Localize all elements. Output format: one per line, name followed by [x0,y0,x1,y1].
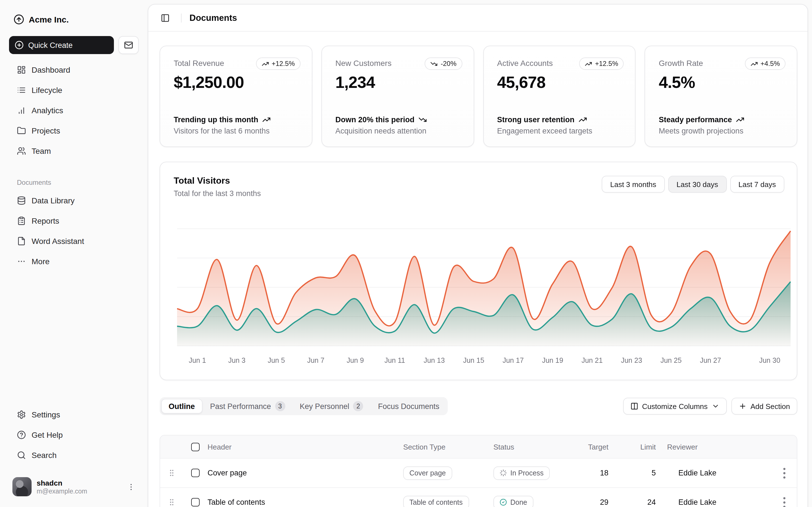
list-icon [17,86,26,95]
trend-badge: -20% [425,57,462,70]
svg-text:Jun 15: Jun 15 [463,356,484,364]
drag-handle-icon[interactable] [167,498,176,507]
sidebar-item-team[interactable]: Team [9,142,139,160]
sidebar-toggle-button[interactable] [157,10,173,25]
svg-text:Jun 13: Jun 13 [423,356,445,364]
user-menu[interactable]: shadcn m@example.com [8,473,140,500]
target-cell[interactable]: 18 [574,469,608,477]
sidebar: Acme Inc. Quick Create Dashboard Lifecyc… [0,0,148,507]
inbox-button[interactable] [118,36,139,54]
row-title[interactable]: Cover page [207,469,403,477]
stat-value: 45,678 [497,73,622,92]
target-cell[interactable]: 29 [574,498,608,506]
sidebar-item-label: Reports [32,216,59,225]
status-badge: In Process [493,466,550,480]
database-icon [17,196,26,205]
row-checkbox[interactable] [191,498,199,506]
table-row[interactable]: Table of contents Table of contents Done… [160,487,797,507]
limit-cell[interactable]: 24 [608,498,656,506]
table-row[interactable]: Cover page Cover page In Process 18 5 Ed… [160,458,797,487]
sidebar-item-label: Search [32,451,57,460]
sidebar-item-label: Projects [32,126,60,135]
range-last-3-months[interactable]: Last 3 months [602,176,665,193]
sidebar-item-label: Settings [32,410,60,419]
row-checkbox[interactable] [191,469,199,477]
add-section-button[interactable]: Add Section [731,398,797,414]
trending-down-icon [418,115,427,124]
tab-past-performance[interactable]: Past Performance3 [203,399,292,413]
mail-icon [124,41,133,50]
svg-text:Jun 17: Jun 17 [502,356,523,364]
reviewer-cell[interactable]: Eddie Lake [667,469,772,477]
sidebar-item-label: More [32,257,50,266]
chart-title: Total Visitors [174,176,230,186]
total-visitors-card: Total Visitors Total for the last 3 mont… [160,162,797,380]
tab-list: Outline Past Performance3 Key Personnel2… [160,397,448,415]
loader-icon [500,469,507,476]
drag-handle-icon[interactable] [167,468,176,477]
customize-columns-button[interactable]: Customize Columns [623,398,727,414]
svg-text:Jun 30: Jun 30 [759,356,780,364]
more-vertical-icon [777,466,792,480]
trending-up-icon [736,115,744,124]
sidebar-item-data-library[interactable]: Data Library [9,191,139,210]
stat-card-total-revenue: Total Revenue $1,250.00 +12.5% Trending … [160,46,312,147]
section-tabsbar: Outline Past Performance3 Key Personnel2… [160,397,797,415]
sidebar-item-lifecycle[interactable]: Lifecycle [9,81,139,99]
limit-cell[interactable]: 5 [608,469,656,477]
sidebar-item-label: Dashboard [32,65,70,74]
tab-focus-documents[interactable]: Focus Documents [371,399,446,413]
sidebar-item-analytics[interactable]: Analytics [9,101,139,119]
company-name: Acme Inc. [29,14,69,24]
check-circle-icon [500,499,507,506]
help-icon [17,431,26,439]
sidebar-item-projects[interactable]: Projects [9,122,139,140]
sidebar-item-settings[interactable]: Settings [9,406,139,424]
column-header: Status [493,443,574,451]
reviewer-cell[interactable]: Eddie Lake [667,498,772,506]
plus-icon [739,402,747,410]
sidebar-item-word-assistant[interactable]: Word Assistant [9,232,139,250]
range-last-30-days[interactable]: Last 30 days [668,176,726,193]
svg-text:Jun 9: Jun 9 [347,356,364,364]
chart-subtitle: Total for the last 3 months [174,189,261,198]
quick-create-button[interactable]: Quick Create [9,36,114,54]
sidebar-item-label: Team [32,147,51,156]
org-switcher[interactable]: Acme Inc. [9,10,139,28]
stat-trend: Trending up this month [174,115,298,124]
sidebar-item-reports[interactable]: Reports [9,212,139,230]
user-name: shadcn [37,479,122,487]
sidebar-item-more[interactable]: More [9,252,139,270]
chart-series [177,231,791,346]
ellipsis-icon [17,257,26,266]
range-last-7-days[interactable]: Last 7 days [730,176,784,193]
svg-text:Jun 5: Jun 5 [267,356,285,364]
stat-value: $1,250.00 [174,73,298,92]
sidebar-item-get-help[interactable]: Get Help [9,426,139,444]
sidebar-item-label: Data Library [32,196,75,205]
row-title[interactable]: Table of contents [207,498,403,506]
svg-text:Jun 27: Jun 27 [700,356,721,364]
stat-subtext: Meets growth projections [659,127,783,135]
file-icon [17,237,26,245]
status-badge: Done [493,496,534,507]
stat-subtext: Visitors for the last 6 months [174,127,298,135]
select-all-checkbox[interactable] [191,443,199,451]
trend-badge: +4.5% [745,57,785,70]
tab-outline[interactable]: Outline [161,399,202,413]
tab-key-personnel[interactable]: Key Personnel2 [293,399,370,413]
sidebar-item-dashboard[interactable]: Dashboard [9,61,139,79]
row-menu-button[interactable] [777,466,792,480]
tab-count-badge: 2 [353,401,363,411]
search-icon [17,451,26,460]
row-menu-button[interactable] [777,495,792,507]
stat-card-active-accounts: Active Accounts 45,678 +12.5% Strong use… [483,46,636,147]
avatar [12,477,32,496]
sidebar-section-label: Documents [17,179,51,186]
stat-value: 1,234 [336,73,460,92]
dashboard-icon [17,65,26,74]
folder-icon [17,126,26,135]
column-header: Header [207,443,403,451]
sidebar-item-search[interactable]: Search [9,446,139,464]
arrow-up-circle-icon [13,14,24,24]
